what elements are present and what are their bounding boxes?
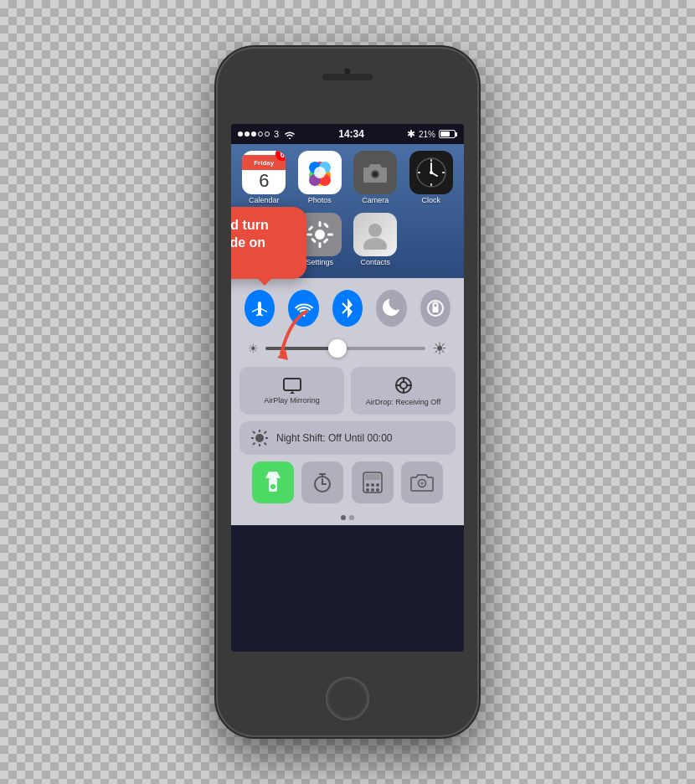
- signal-dot-5: [265, 132, 270, 137]
- night-shift-button[interactable]: Night Shift: Off Until 00:00: [239, 421, 456, 455]
- calculator-button[interactable]: [352, 462, 394, 503]
- phone: 3 14:34 ✱ 21%: [218, 49, 477, 735]
- svg-point-15: [430, 171, 433, 174]
- cc-media-row: AirPlay Mirroring AirDrop: Receiving Off: [231, 367, 464, 421]
- contacts-svg: [362, 219, 389, 250]
- signal-dot-3: [251, 132, 256, 137]
- cc-page-dots: [231, 515, 464, 525]
- app-calendar[interactable]: 6 Friday 6 Calendar: [238, 151, 291, 204]
- airdrop-label: AirDrop: Receiving Off: [366, 398, 440, 406]
- svg-point-68: [420, 482, 424, 485]
- flashlight-button[interactable]: [252, 462, 294, 503]
- calculator-icon: [363, 472, 383, 493]
- speaker: [322, 74, 373, 80]
- svg-rect-27: [323, 222, 329, 228]
- camera-app-label: Camera: [362, 196, 389, 204]
- svg-marker-35: [288, 391, 296, 394]
- contacts-app-label: Contacts: [360, 258, 390, 266]
- bluetooth-status-icon: ✱: [407, 128, 415, 140]
- svg-point-11: [373, 173, 377, 176]
- svg-rect-22: [318, 242, 321, 248]
- svg-point-30: [363, 238, 387, 250]
- phone-body: 3 14:34 ✱ 21%: [218, 49, 477, 735]
- svg-point-29: [368, 224, 382, 237]
- clock-app-label: Clock: [421, 196, 440, 204]
- svg-rect-25: [307, 225, 313, 231]
- callout-bubble: Swipe up and turn Airplane mode on here: [231, 207, 306, 279]
- home-button[interactable]: [326, 677, 369, 720]
- svg-point-37: [400, 382, 407, 389]
- svg-rect-24: [327, 234, 333, 236]
- svg-rect-23: [306, 234, 312, 236]
- calendar-app-label: Calendar: [249, 196, 280, 204]
- camera-svg: [363, 162, 388, 183]
- svg-point-53: [270, 484, 275, 489]
- callout-arrow: [256, 303, 323, 370]
- app-photos[interactable]: Photos: [294, 151, 347, 204]
- battery-percent: 21%: [419, 130, 435, 139]
- brightness-thumb[interactable]: [328, 339, 347, 358]
- brightness-high-icon: ☀: [432, 338, 447, 358]
- carrier-label: 3: [274, 129, 279, 139]
- wifi-icon: [284, 130, 296, 139]
- battery-icon: [439, 130, 457, 138]
- calendar-badge: 6: [275, 151, 286, 161]
- svg-point-62: [371, 483, 374, 487]
- rotation-lock-toggle[interactable]: [420, 290, 450, 327]
- photos-app-label: Photos: [308, 196, 332, 204]
- settings-svg: [306, 221, 333, 248]
- svg-rect-21: [318, 221, 321, 227]
- signal-dot-2: [245, 132, 250, 137]
- settings-app-label: Settings: [306, 258, 333, 266]
- rotation-lock-icon: [426, 299, 445, 317]
- svg-point-65: [371, 488, 374, 492]
- control-center: Swipe up and turn Airplane mode on here: [231, 278, 464, 525]
- clock-icon-img[interactable]: [409, 151, 453, 194]
- svg-rect-33: [432, 307, 438, 312]
- status-left: 3: [238, 129, 296, 139]
- svg-line-49: [253, 443, 255, 446]
- bluetooth-toggle[interactable]: [332, 290, 363, 327]
- airplay-icon: [282, 377, 302, 394]
- svg-point-8: [314, 167, 326, 178]
- svg-rect-60: [365, 474, 380, 480]
- cc-dot-2: [349, 515, 354, 520]
- app-clock[interactable]: Clock: [405, 151, 458, 204]
- svg-rect-26: [322, 238, 328, 244]
- svg-line-48: [265, 443, 267, 446]
- svg-point-42: [255, 434, 264, 442]
- timer-icon: [311, 472, 333, 493]
- calendar-icon[interactable]: 6 Friday 6: [242, 151, 286, 194]
- camera-quick-button[interactable]: [401, 462, 443, 503]
- svg-rect-34: [284, 379, 301, 390]
- svg-point-64: [366, 488, 369, 492]
- photos-flower-svg: [304, 157, 336, 188]
- cc-dot-1: [341, 515, 346, 520]
- airplay-label: AirPlay Mirroring: [264, 396, 320, 405]
- svg-point-63: [376, 483, 379, 487]
- clock-svg: [415, 157, 447, 188]
- signal-dot-1: [238, 132, 243, 137]
- svg-point-61: [366, 483, 369, 487]
- airplay-button[interactable]: AirPlay Mirroring: [239, 367, 344, 415]
- app-camera[interactable]: Camera: [349, 151, 402, 204]
- cc-bottom-icons: [231, 462, 464, 515]
- status-right: ✱ 21%: [407, 128, 457, 140]
- calendar-date: 6: [259, 170, 269, 190]
- airdrop-button[interactable]: AirDrop: Receiving Off: [351, 367, 456, 415]
- night-shift-icon: [251, 430, 268, 446]
- photos-icon[interactable]: [298, 151, 342, 194]
- svg-marker-51: [265, 472, 281, 478]
- camera-icon-img[interactable]: [353, 151, 397, 194]
- callout-text: Swipe up and turn Airplane mode on here: [231, 218, 269, 267]
- app-contacts[interactable]: Contacts: [349, 213, 402, 266]
- bluetooth-icon: [340, 298, 355, 318]
- night-shift-label: Night Shift: Off Until 00:00: [276, 432, 393, 444]
- svg-point-20: [315, 230, 325, 240]
- do-not-disturb-toggle[interactable]: [376, 290, 406, 327]
- status-time: 14:34: [338, 128, 364, 140]
- timer-button[interactable]: [301, 462, 343, 503]
- airdrop-icon: [394, 375, 414, 395]
- status-bar: 3 14:34 ✱ 21%: [231, 124, 464, 144]
- contacts-icon-img[interactable]: [353, 213, 397, 256]
